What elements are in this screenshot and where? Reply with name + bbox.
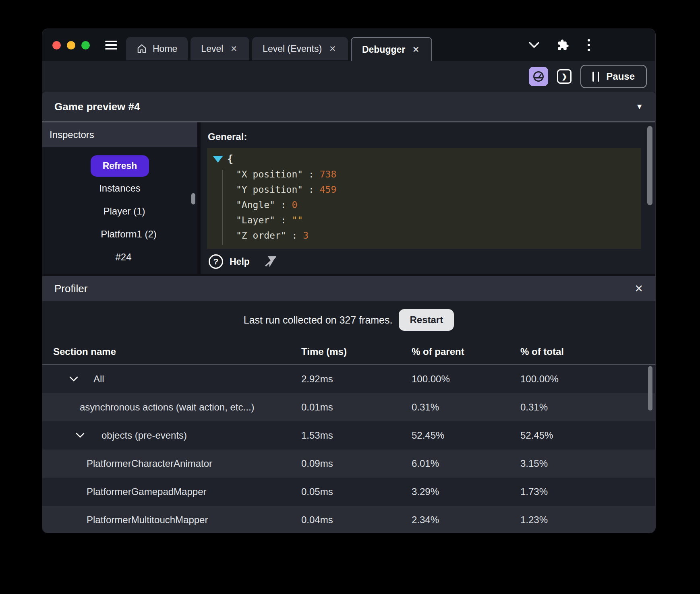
- section-percent-parent: 6.01%: [412, 458, 520, 469]
- inspector-item-instances[interactable]: Instances: [42, 177, 197, 200]
- hamburger-menu-icon[interactable]: [105, 41, 117, 50]
- profiler-scrollbar-thumb[interactable]: [648, 366, 652, 410]
- page-title: Game preview #4: [54, 101, 140, 113]
- open-brace: {: [227, 151, 233, 167]
- collapse-chevron-icon[interactable]: [69, 376, 78, 382]
- section-name: PlatformerCharacterAnimator: [87, 458, 212, 469]
- minimize-window-button[interactable]: [67, 41, 75, 50]
- gauge-icon: [532, 70, 545, 83]
- inspector-item-24[interactable]: #24: [42, 245, 201, 268]
- preview-dropdown-icon[interactable]: ▼: [636, 102, 643, 111]
- inspector-item-platform1[interactable]: Platform1 (2): [42, 223, 206, 245]
- profiler-title: Profiler: [54, 283, 87, 295]
- profiler-run-row: Last run collected on 327 frames. Restar…: [42, 301, 655, 339]
- pause-button[interactable]: Pause: [580, 65, 647, 88]
- tab-bar: Home Level ✕ Level (Events) ✕ Debugger ✕: [126, 37, 435, 61]
- close-tab-icon[interactable]: ✕: [229, 43, 239, 54]
- section-percent-parent: 3.29%: [412, 486, 520, 497]
- profiler-table-header: Section name Time (ms) % of parent % of …: [42, 339, 655, 365]
- titlebar: Home Level ✕ Level (Events) ✕ Debugger ✕: [42, 29, 655, 61]
- section-percent-total: 3.15%: [520, 458, 655, 469]
- close-tab-icon[interactable]: ✕: [327, 43, 338, 54]
- tab-debugger[interactable]: Debugger ✕: [351, 37, 432, 61]
- profiler-panel: Last run collected on 327 frames. Restar…: [42, 301, 655, 533]
- general-section-title: General:: [208, 131, 655, 142]
- json-line-x-position: "X position" : 738: [213, 167, 641, 182]
- game-preview-header: Game preview #4 ▼: [42, 92, 655, 122]
- column-header-section-name: Section name: [42, 346, 301, 357]
- section-time: 2.92ms: [301, 373, 412, 385]
- inspectors-panel-header: Inspectors: [42, 122, 197, 147]
- restart-button[interactable]: Restart: [399, 309, 454, 331]
- profiler-run-status: Last run collected on 327 frames.: [244, 314, 393, 326]
- extensions-puzzle-icon[interactable]: [557, 39, 569, 51]
- section-percent-parent: 2.34%: [412, 514, 520, 526]
- titlebar-actions: [529, 38, 591, 52]
- fullscreen-window-button[interactable]: [81, 41, 90, 50]
- close-window-button[interactable]: [52, 41, 61, 50]
- traffic-lights: [52, 41, 90, 50]
- general-panel: General: { "X position" : 738 "Y positio…: [201, 122, 655, 274]
- y-position-value[interactable]: 459: [320, 184, 337, 195]
- table-row-platformer-multitouch-mapper: PlatformerMultitouchMapper 0.04ms 2.34% …: [42, 506, 655, 533]
- inspectors-scrollbar-thumb[interactable]: [191, 193, 195, 204]
- profiler-toggle-button[interactable]: [529, 67, 548, 86]
- section-percent-parent: 100.00%: [412, 373, 520, 385]
- column-header-time: Time (ms): [301, 346, 412, 357]
- table-row-platformer-character-animator: PlatformerCharacterAnimator 0.09ms 6.01%…: [42, 450, 655, 478]
- section-time: 1.53ms: [301, 430, 412, 441]
- unpin-icon[interactable]: [263, 254, 278, 269]
- app-window: Home Level ✕ Level (Events) ✕ Debugger ✕: [42, 29, 655, 533]
- debugger-toolbar: ❯ Pause: [42, 61, 655, 92]
- profiler-header: Profiler ✕: [42, 276, 655, 301]
- indent-guide: [222, 170, 223, 245]
- section-name: asynchronous actions (wait action, etc..…: [80, 402, 255, 413]
- chevron-down-icon[interactable]: [529, 42, 539, 48]
- profiler-close-icon[interactable]: ✕: [634, 283, 643, 295]
- table-row-objects-pre-events[interactable]: objects (pre-events) 1.53ms 52.45% 52.45…: [42, 421, 655, 450]
- close-tab-icon[interactable]: ✕: [411, 44, 421, 55]
- json-line-z-order: "Z order" : 3: [213, 228, 641, 243]
- inspector-item-player[interactable]: Player (1): [42, 200, 202, 223]
- section-percent-parent: 52.45%: [412, 430, 520, 441]
- instance-properties-json: { "X position" : 738 "Y position" : 459 …: [207, 148, 641, 249]
- table-row-async-actions: asynchronous actions (wait action, etc..…: [42, 393, 655, 421]
- collapse-triangle-icon[interactable]: [213, 156, 223, 163]
- section-name: PlatformerMultitouchMapper: [87, 514, 208, 526]
- inspectors-panel: Inspectors Refresh Instances Player (1) …: [42, 122, 201, 274]
- general-scrollbar-thumb[interactable]: [647, 126, 652, 205]
- x-position-value[interactable]: 738: [320, 169, 337, 179]
- section-percent-total: 52.45%: [520, 430, 655, 441]
- tab-label: Level (Events): [263, 43, 322, 54]
- console-button[interactable]: ❯: [557, 69, 572, 84]
- table-row-all[interactable]: All 2.92ms 100.00% 100.00%: [42, 365, 655, 393]
- table-row-platformer-gamepad-mapper: PlatformerGamepadMapper 0.05ms 3.29% 1.7…: [42, 478, 655, 506]
- angle-value[interactable]: 0: [292, 200, 297, 210]
- section-time: 0.01ms: [301, 402, 412, 413]
- help-icon[interactable]: ?: [209, 254, 223, 269]
- column-header-percent-parent: % of parent: [412, 346, 520, 357]
- profiler-table: Section name Time (ms) % of parent % of …: [42, 339, 655, 533]
- section-name: objects (pre-events): [101, 430, 187, 441]
- pause-icon: [592, 72, 599, 82]
- section-time: 0.04ms: [301, 514, 412, 526]
- inspectors-title: Inspectors: [50, 129, 94, 140]
- section-percent-parent: 0.31%: [412, 402, 520, 413]
- layer-value[interactable]: "": [292, 215, 303, 225]
- tab-label: Level: [201, 43, 223, 54]
- json-line-angle: "Angle" : 0: [213, 197, 641, 212]
- tab-level[interactable]: Level ✕: [191, 37, 249, 60]
- collapse-chevron-icon[interactable]: [76, 433, 85, 438]
- refresh-button[interactable]: Refresh: [91, 155, 149, 177]
- section-name: All: [93, 373, 104, 385]
- console-prompt-icon: ❯: [561, 72, 567, 81]
- section-percent-total: 0.31%: [520, 402, 655, 413]
- json-line-layer: "Layer" : "": [213, 212, 641, 228]
- tab-home[interactable]: Home: [126, 37, 188, 60]
- section-percent-total: 1.73%: [520, 486, 655, 497]
- tab-level-events[interactable]: Level (Events) ✕: [252, 37, 348, 60]
- kebab-menu-icon[interactable]: [587, 38, 591, 52]
- inspectors-list: Refresh Instances Player (1) Platform1 (…: [42, 147, 197, 274]
- pause-label: Pause: [606, 71, 635, 82]
- z-order-value[interactable]: 3: [303, 230, 309, 241]
